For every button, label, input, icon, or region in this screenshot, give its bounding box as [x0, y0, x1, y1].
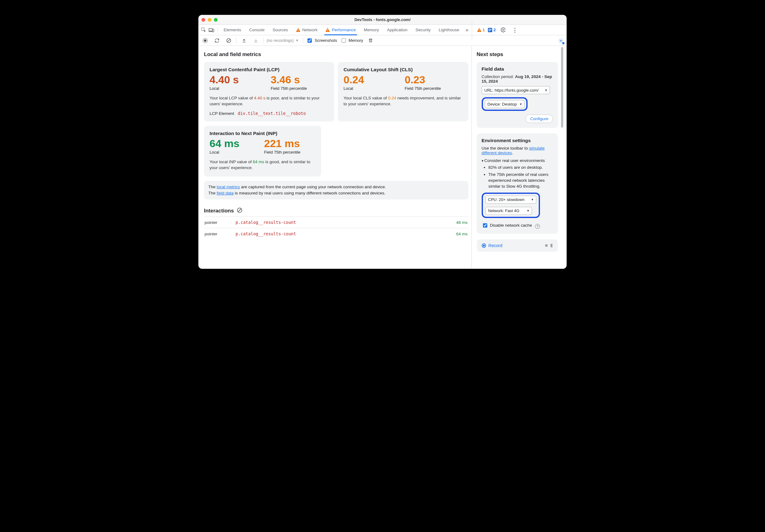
close-window-button[interactable] [202, 18, 205, 22]
help-icon[interactable]: ? [535, 224, 540, 229]
clear-icon[interactable] [225, 37, 233, 45]
zoom-window-button[interactable] [214, 18, 218, 22]
devtools-tabstrip: Elements Console Sources Network Perform… [198, 25, 567, 35]
local-metrics-link[interactable]: local metrics [217, 184, 240, 189]
env-details-summary[interactable]: Consider real user environments [482, 158, 553, 163]
tab-console[interactable]: Console [246, 25, 269, 35]
inp-card: Interaction to Next Paint (INP) 64 ms Lo… [204, 126, 321, 176]
upload-icon[interactable] [240, 37, 248, 45]
svg-rect-4 [298, 31, 299, 32]
device-toolbar-icon[interactable] [208, 26, 215, 34]
url-select[interactable]: URL: https://fonts.google.com/▼ [482, 86, 550, 94]
svg-rect-12 [488, 31, 490, 31]
next-steps-pane: Next steps Field data Collection period:… [471, 46, 563, 269]
svg-rect-3 [298, 29, 299, 31]
cls-local-label: Local [344, 86, 401, 91]
tab-performance[interactable]: Performance [322, 25, 359, 35]
no-interactions-icon [237, 207, 243, 214]
lcp-title: Largest Contentful Paint (LCP) [210, 67, 329, 73]
svg-rect-11 [488, 30, 491, 30]
record-card: Record ⌘ E [477, 239, 558, 252]
tab-application[interactable]: Application [383, 25, 411, 35]
performance-toolbar: (no recordings) ▼ Screenshots Memory [198, 35, 567, 46]
field-data-title: Field data [482, 66, 553, 72]
configure-button[interactable]: Configure [525, 115, 553, 123]
collection-period: Collection period: Aug 19, 2024 - Sep 15… [482, 74, 553, 84]
metrics-note: The local metrics are captured from the … [204, 181, 468, 200]
svg-point-16 [560, 40, 561, 41]
cls-description: Your local CLS value of 0.24 needs impro… [344, 95, 462, 107]
issues-badge[interactable]: 2 [488, 28, 496, 32]
warnings-badge[interactable]: 1 [477, 28, 485, 32]
window-title: DevTools - fonts.google.com/ [354, 17, 410, 22]
cls-field-value: 0.23 [404, 74, 462, 86]
interactions-heading: Interactions [204, 208, 234, 214]
warning-icon [326, 28, 330, 32]
field-data-card: Field data Collection period: Aug 19, 20… [477, 62, 558, 128]
inp-title: Interaction to Next Paint (INP) [210, 131, 316, 136]
cpu-throttle-select[interactable]: CPU: 20× slowdown▼ [485, 196, 536, 204]
disable-cache-checkbox[interactable]: Disable network cache [482, 222, 532, 228]
record-button[interactable]: Record [482, 243, 502, 248]
lcp-local-label: Local [210, 86, 268, 91]
performance-panel-body: Local and field metrics Largest Contentf… [198, 46, 567, 269]
tab-network[interactable]: Network [292, 25, 322, 35]
trash-icon[interactable] [367, 37, 375, 45]
svg-rect-8 [479, 31, 479, 32]
tab-elements[interactable]: Elements [220, 25, 245, 35]
reload-record-icon[interactable] [213, 37, 221, 45]
cls-field-label: Field 75th percentile [404, 86, 462, 91]
environment-card: Environment settings Use the device tool… [477, 133, 558, 234]
throttling-highlight: CPU: 20× slowdown▼ Network: Fast 4G▼ [482, 193, 540, 218]
inspect-element-icon[interactable] [200, 26, 207, 34]
next-steps-heading: Next steps [477, 51, 558, 58]
capture-settings-icon[interactable] [557, 37, 564, 44]
svg-point-13 [502, 29, 504, 30]
lcp-local-value: 4.40 s [210, 74, 268, 86]
cls-card: Cumulative Layout Shift (CLS) 0.24 Local… [338, 62, 468, 122]
lcp-element-selector: div.tile__text.tile__roboto [238, 111, 306, 116]
device-select-highlight: Device: Desktop▼ [482, 97, 528, 111]
lcp-element-row[interactable]: LCP Element div.tile__text.tile__roboto [210, 111, 329, 116]
tab-sources[interactable]: Sources [269, 25, 292, 35]
network-throttle-select[interactable]: Network: Fast 4G▼ [485, 207, 532, 215]
lcp-description: Your local LCP value of 4.40 s is poor, … [210, 95, 329, 107]
screenshots-checkbox[interactable]: Screenshots [306, 38, 337, 44]
recordings-select[interactable]: (no recordings) ▼ [267, 38, 300, 43]
inp-local-label: Local [210, 150, 261, 154]
devtools-window: DevTools - fonts.google.com/ Elements Co… [198, 15, 567, 269]
device-select[interactable]: Device: Desktop▼ [485, 100, 525, 108]
traffic-lights [202, 18, 218, 22]
settings-icon[interactable] [499, 26, 507, 34]
kebab-menu-icon[interactable]: ⋮ [510, 26, 519, 34]
inp-description: Your local INP value of 64 ms is good, a… [210, 159, 316, 171]
minimize-window-button[interactable] [208, 18, 211, 22]
env-bullet: 82% of users are on desktop. [488, 165, 553, 171]
environment-desc: Use the device toolbar to simulate diffe… [482, 146, 553, 155]
cls-local-value: 0.24 [344, 74, 401, 86]
tab-lighthouse[interactable]: Lighthouse [435, 25, 463, 35]
svg-rect-1 [209, 29, 212, 31]
more-tabs-icon[interactable]: » [463, 26, 470, 34]
memory-checkbox[interactable]: Memory [340, 38, 363, 44]
tab-security[interactable]: Security [412, 25, 434, 35]
svg-rect-5 [328, 29, 328, 31]
environment-title: Environment settings [482, 138, 553, 143]
interaction-row[interactable]: pointer p.catalog__results-count 64 ms [204, 228, 468, 239]
warning-icon [296, 28, 300, 32]
inp-field-label: Field 75th percentile [264, 150, 316, 154]
metrics-pane: Local and field metrics Largest Contentf… [198, 46, 471, 269]
scrollbar[interactable] [560, 46, 563, 269]
record-icon[interactable] [201, 37, 210, 45]
svg-rect-6 [328, 31, 328, 32]
field-data-link[interactable]: field data [217, 191, 234, 195]
download-icon[interactable] [251, 37, 260, 45]
inp-field-value: 221 ms [264, 138, 316, 149]
metrics-heading: Local and field metrics [204, 51, 468, 58]
lcp-card: Largest Contentful Paint (LCP) 4.40 s Lo… [204, 62, 334, 122]
lcp-field-value: 3.46 s [271, 74, 329, 86]
interaction-row[interactable]: pointer p.catalog__results-count 48 ms [204, 216, 468, 228]
tab-memory[interactable]: Memory [360, 25, 383, 35]
record-icon [482, 243, 486, 248]
lcp-field-label: Field 75th percentile [271, 86, 329, 91]
